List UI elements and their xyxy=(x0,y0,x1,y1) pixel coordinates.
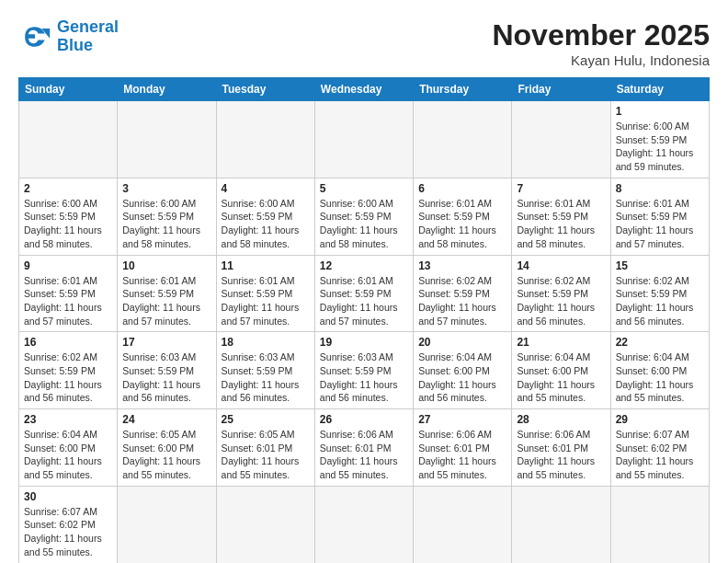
day-info: Sunrise: 6:00 AM Sunset: 5:59 PM Dayligh… xyxy=(320,197,408,251)
day-number: 16 xyxy=(24,336,112,349)
day-cell: 8Sunrise: 6:01 AM Sunset: 5:59 PM Daylig… xyxy=(610,178,709,255)
day-info: Sunrise: 6:05 AM Sunset: 6:00 PM Dayligh… xyxy=(122,428,210,482)
day-cell xyxy=(314,486,413,563)
weekday-header-tuesday: Tuesday xyxy=(216,78,314,101)
day-number: 20 xyxy=(418,336,506,349)
day-number: 21 xyxy=(517,336,605,349)
day-cell: 10Sunrise: 6:01 AM Sunset: 5:59 PM Dayli… xyxy=(118,255,216,332)
day-cell: 11Sunrise: 6:01 AM Sunset: 5:59 PM Dayli… xyxy=(216,255,314,332)
logo-blue: Blue xyxy=(57,36,93,54)
day-number: 9 xyxy=(24,259,112,272)
week-row-1: 1Sunrise: 6:00 AM Sunset: 5:59 PM Daylig… xyxy=(19,101,710,178)
day-number: 3 xyxy=(122,182,210,195)
day-number: 10 xyxy=(122,259,210,272)
day-info: Sunrise: 6:00 AM Sunset: 5:59 PM Dayligh… xyxy=(122,197,210,251)
day-info: Sunrise: 6:03 AM Sunset: 5:59 PM Dayligh… xyxy=(122,350,210,405)
day-number: 5 xyxy=(320,182,408,195)
day-cell: 28Sunrise: 6:06 AM Sunset: 6:01 PM Dayli… xyxy=(512,409,610,487)
day-number: 29 xyxy=(616,413,704,426)
day-cell xyxy=(512,486,610,563)
day-info: Sunrise: 6:00 AM Sunset: 5:59 PM Dayligh… xyxy=(24,197,112,251)
week-row-3: 9Sunrise: 6:01 AM Sunset: 5:59 PM Daylig… xyxy=(19,255,710,332)
day-number: 19 xyxy=(320,336,408,349)
logo-text: General Blue xyxy=(57,18,119,55)
week-row-2: 2Sunrise: 6:00 AM Sunset: 5:59 PM Daylig… xyxy=(19,178,710,255)
day-number: 28 xyxy=(517,413,605,426)
day-info: Sunrise: 6:02 AM Sunset: 5:59 PM Dayligh… xyxy=(418,274,506,328)
day-cell: 27Sunrise: 6:06 AM Sunset: 6:01 PM Dayli… xyxy=(414,409,512,487)
day-number: 4 xyxy=(222,182,310,195)
day-cell: 24Sunrise: 6:05 AM Sunset: 6:00 PM Dayli… xyxy=(118,409,216,487)
day-info: Sunrise: 6:03 AM Sunset: 5:59 PM Dayligh… xyxy=(222,350,310,405)
month-title: November 2025 xyxy=(492,18,710,52)
day-number: 8 xyxy=(616,182,704,195)
day-number: 2 xyxy=(24,182,112,195)
weekday-header-wednesday: Wednesday xyxy=(314,78,413,101)
week-row-5: 23Sunrise: 6:04 AM Sunset: 6:00 PM Dayli… xyxy=(19,409,710,487)
day-cell: 16Sunrise: 6:02 AM Sunset: 5:59 PM Dayli… xyxy=(19,332,118,409)
day-number: 1 xyxy=(616,105,704,118)
day-cell: 12Sunrise: 6:01 AM Sunset: 5:59 PM Dayli… xyxy=(314,255,413,332)
day-number: 12 xyxy=(320,259,408,272)
weekday-header-monday: Monday xyxy=(118,78,216,101)
weekday-header-saturday: Saturday xyxy=(610,78,709,101)
day-cell: 2Sunrise: 6:00 AM Sunset: 5:59 PM Daylig… xyxy=(19,178,118,255)
day-number: 30 xyxy=(24,490,112,503)
weekday-header-friday: Friday xyxy=(512,78,610,101)
day-cell: 14Sunrise: 6:02 AM Sunset: 5:59 PM Dayli… xyxy=(512,255,610,332)
day-cell: 19Sunrise: 6:03 AM Sunset: 5:59 PM Dayli… xyxy=(314,332,413,409)
title-block: November 2025 Kayan Hulu, Indonesia xyxy=(492,18,710,68)
day-number: 11 xyxy=(222,259,310,272)
day-cell xyxy=(610,486,709,563)
day-info: Sunrise: 6:07 AM Sunset: 6:02 PM Dayligh… xyxy=(616,428,704,482)
day-cell xyxy=(414,101,512,178)
day-number: 15 xyxy=(616,259,704,272)
week-row-4: 16Sunrise: 6:02 AM Sunset: 5:59 PM Dayli… xyxy=(19,332,710,409)
weekday-header-row: SundayMondayTuesdayWednesdayThursdayFrid… xyxy=(19,78,710,101)
day-info: Sunrise: 6:05 AM Sunset: 6:01 PM Dayligh… xyxy=(222,428,310,482)
day-info: Sunrise: 6:06 AM Sunset: 6:01 PM Dayligh… xyxy=(320,428,408,482)
day-cell: 3Sunrise: 6:00 AM Sunset: 5:59 PM Daylig… xyxy=(118,178,216,255)
day-info: Sunrise: 6:07 AM Sunset: 6:02 PM Dayligh… xyxy=(24,505,112,559)
day-cell: 25Sunrise: 6:05 AM Sunset: 6:01 PM Dayli… xyxy=(216,409,314,487)
day-info: Sunrise: 6:02 AM Sunset: 5:59 PM Dayligh… xyxy=(616,274,704,328)
day-number: 25 xyxy=(222,413,310,426)
day-info: Sunrise: 6:04 AM Sunset: 6:00 PM Dayligh… xyxy=(418,350,506,405)
weekday-header-sunday: Sunday xyxy=(19,78,118,101)
weekday-header-thursday: Thursday xyxy=(414,78,512,101)
day-cell xyxy=(216,486,314,563)
logo-general: General xyxy=(57,17,119,36)
day-cell xyxy=(314,101,413,178)
day-cell: 7Sunrise: 6:01 AM Sunset: 5:59 PM Daylig… xyxy=(512,178,610,255)
day-number: 17 xyxy=(122,336,210,349)
day-cell: 6Sunrise: 6:01 AM Sunset: 5:59 PM Daylig… xyxy=(414,178,512,255)
day-info: Sunrise: 6:04 AM Sunset: 6:00 PM Dayligh… xyxy=(24,428,112,482)
day-cell xyxy=(118,101,216,178)
day-info: Sunrise: 6:04 AM Sunset: 6:00 PM Dayligh… xyxy=(517,350,605,405)
day-info: Sunrise: 6:01 AM Sunset: 5:59 PM Dayligh… xyxy=(24,274,112,328)
day-cell: 5Sunrise: 6:00 AM Sunset: 5:59 PM Daylig… xyxy=(314,178,413,255)
day-number: 7 xyxy=(517,182,605,195)
day-info: Sunrise: 6:01 AM Sunset: 5:59 PM Dayligh… xyxy=(616,197,704,251)
day-cell: 21Sunrise: 6:04 AM Sunset: 6:00 PM Dayli… xyxy=(512,332,610,409)
day-number: 27 xyxy=(418,413,506,426)
day-info: Sunrise: 6:01 AM Sunset: 5:59 PM Dayligh… xyxy=(222,274,310,328)
day-cell xyxy=(118,486,216,563)
day-info: Sunrise: 6:02 AM Sunset: 5:59 PM Dayligh… xyxy=(517,274,605,328)
day-info: Sunrise: 6:06 AM Sunset: 6:01 PM Dayligh… xyxy=(517,428,605,482)
day-cell xyxy=(512,101,610,178)
day-number: 26 xyxy=(320,413,408,426)
day-cell xyxy=(216,101,314,178)
day-info: Sunrise: 6:03 AM Sunset: 5:59 PM Dayligh… xyxy=(320,350,408,405)
day-info: Sunrise: 6:00 AM Sunset: 5:59 PM Dayligh… xyxy=(616,120,704,174)
day-cell: 15Sunrise: 6:02 AM Sunset: 5:59 PM Dayli… xyxy=(610,255,709,332)
day-number: 6 xyxy=(418,182,506,195)
day-cell: 17Sunrise: 6:03 AM Sunset: 5:59 PM Dayli… xyxy=(118,332,216,409)
day-cell: 20Sunrise: 6:04 AM Sunset: 6:00 PM Dayli… xyxy=(414,332,512,409)
day-cell: 18Sunrise: 6:03 AM Sunset: 5:59 PM Dayli… xyxy=(216,332,314,409)
logo: General Blue xyxy=(18,18,119,55)
day-info: Sunrise: 6:02 AM Sunset: 5:59 PM Dayligh… xyxy=(24,350,112,405)
day-info: Sunrise: 6:01 AM Sunset: 5:59 PM Dayligh… xyxy=(320,274,408,328)
day-cell: 4Sunrise: 6:00 AM Sunset: 5:59 PM Daylig… xyxy=(216,178,314,255)
day-number: 24 xyxy=(122,413,210,426)
